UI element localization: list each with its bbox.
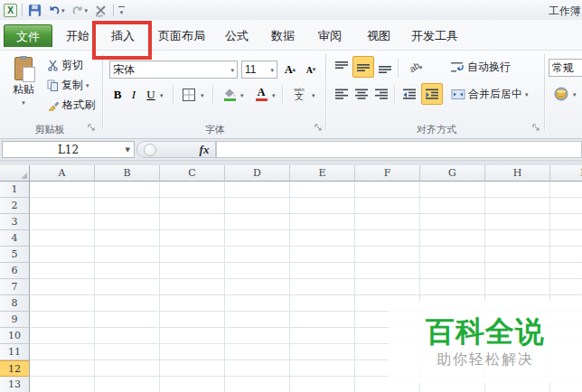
decrease-indent-button[interactable] <box>399 84 419 104</box>
cut-button[interactable]: 剪切 <box>45 56 85 74</box>
formula-input[interactable] <box>216 141 582 158</box>
tab-formulas[interactable]: 公式 <box>219 24 255 47</box>
paste-button[interactable]: 粘贴 ▾ <box>5 54 42 121</box>
italic-icon: I <box>132 88 136 102</box>
name-box-dropdown-icon[interactable]: ▼ <box>126 146 130 154</box>
undo-icon <box>48 4 61 16</box>
name-box[interactable]: L12 ▼ <box>2 141 135 158</box>
column-header[interactable]: C <box>160 165 225 182</box>
column-header[interactable]: E <box>290 165 355 182</box>
excel-logo-icon[interactable]: X <box>4 4 17 17</box>
row-header[interactable]: 6 <box>0 263 30 279</box>
italic-button[interactable]: I <box>127 85 140 105</box>
align-top-button[interactable] <box>333 57 351 77</box>
column-header[interactable]: D <box>225 165 290 182</box>
coins-icon <box>553 87 569 101</box>
tab-view[interactable]: 视图 <box>360 24 398 47</box>
grow-font-button[interactable]: A ▴ <box>280 60 300 79</box>
number-format-combo[interactable]: 常规 <box>549 59 582 77</box>
underline-icon: U <box>146 88 155 102</box>
customize-qat-button[interactable]: ▾ <box>118 5 125 15</box>
small-divider <box>173 85 174 105</box>
undo-dropdown-icon[interactable]: ▾ <box>61 7 65 14</box>
copy-button[interactable]: 复制 ▾ <box>45 76 91 94</box>
tab-review[interactable]: 审阅 <box>311 24 349 47</box>
row-header[interactable]: 5 <box>0 247 30 263</box>
row-header[interactable]: 7 <box>0 279 30 295</box>
row-header[interactable]: 1 <box>0 182 30 198</box>
tab-data[interactable]: 数据 <box>264 24 302 47</box>
clipboard-group-label: 剪贴板 <box>0 123 99 135</box>
merge-center-dropdown-icon[interactable]: ▾ <box>525 91 529 98</box>
increase-indent-icon <box>426 89 439 100</box>
underline-button[interactable]: U <box>143 85 159 105</box>
window-title: 工作簿 <box>549 4 581 19</box>
alignment-dialog-launcher[interactable] <box>532 124 541 133</box>
align-bottom-button[interactable] <box>376 57 394 77</box>
format-painter-button[interactable]: 格式刷 <box>45 96 97 114</box>
font-size-combo[interactable]: 11 ▾ <box>241 61 277 79</box>
underline-dropdown-icon[interactable]: ▾ <box>160 92 164 98</box>
column-header[interactable]: B <box>95 165 160 182</box>
paste-clipboard-icon <box>14 57 33 80</box>
bold-button[interactable]: B <box>110 85 125 105</box>
column-header[interactable]: G <box>420 165 485 182</box>
row-header[interactable]: 8 <box>0 295 30 312</box>
align-center-button[interactable] <box>352 84 371 104</box>
undo-button[interactable]: ▾ <box>47 2 66 18</box>
tab-file[interactable]: 文件 <box>4 24 52 47</box>
borders-button[interactable] <box>179 85 199 105</box>
font-group-label: 字体 <box>107 123 324 135</box>
watermark-title: 百科全说 <box>426 315 545 348</box>
save-button[interactable] <box>27 2 42 18</box>
small-divider <box>394 85 395 105</box>
tab-developer[interactable]: 开发工具 <box>407 24 463 47</box>
phonetic-guide-button[interactable]: wén 文 <box>288 84 310 104</box>
column-header[interactable]: A <box>30 165 95 182</box>
shrink-font-button[interactable]: A ▾ <box>301 60 321 79</box>
wrap-text-button[interactable]: 自动换行 <box>449 58 512 76</box>
row-header[interactable]: 12 <box>0 360 30 377</box>
font-name-dropdown-icon[interactable]: ▾ <box>230 67 234 73</box>
redo-dropdown-icon[interactable]: ▾ <box>85 7 89 14</box>
accounting-format-button[interactable] <box>551 84 571 104</box>
align-left-button[interactable] <box>333 84 351 104</box>
align-bottom-icon <box>379 61 392 73</box>
merge-center-button[interactable]: 合并后居中 ▾ <box>449 85 530 103</box>
borders-dropdown-icon[interactable]: ▾ <box>201 92 204 98</box>
row-header[interactable]: 9 <box>0 312 30 328</box>
align-middle-button[interactable] <box>352 56 374 78</box>
select-all-button[interactable] <box>0 165 30 182</box>
font-dialog-launcher[interactable] <box>314 124 324 133</box>
row-header[interactable]: 13 <box>0 377 30 392</box>
font-size-dropdown-icon[interactable]: ▾ <box>270 67 274 73</box>
row-header[interactable]: 10 <box>0 328 30 344</box>
copy-dropdown-icon[interactable]: ▾ <box>86 82 89 89</box>
tools-button[interactable] <box>93 2 108 18</box>
column-header[interactable]: I <box>550 165 582 182</box>
insert-function-button[interactable]: fx <box>193 141 215 158</box>
accounting-dropdown-icon[interactable]: ▾ <box>573 91 577 98</box>
merge-center-label: 合并后居中 <box>468 87 522 102</box>
font-name-combo[interactable]: 宋体 ▾ <box>109 61 238 79</box>
align-right-button[interactable] <box>372 84 390 104</box>
increase-indent-button[interactable] <box>421 83 443 105</box>
font-color-button[interactable]: A <box>251 84 271 104</box>
customize-qat-icon <box>118 6 125 7</box>
row-header[interactable]: 11 <box>0 344 30 360</box>
phonetic-dropdown-icon[interactable]: ▾ <box>312 92 315 98</box>
orientation-button[interactable]: ab ▾ <box>403 57 428 77</box>
row-header[interactable]: 4 <box>0 230 30 247</box>
tab-page-layout[interactable]: 页面布局 <box>152 24 211 47</box>
font-color-dropdown-icon[interactable]: ▾ <box>272 92 276 98</box>
row-header[interactable]: 2 <box>0 198 30 214</box>
fill-color-button[interactable] <box>220 85 239 105</box>
column-header[interactable]: F <box>355 165 420 182</box>
separator <box>22 4 23 16</box>
paste-dropdown-icon[interactable]: ▾ <box>22 99 25 106</box>
row-header[interactable]: 3 <box>0 214 30 230</box>
clipboard-dialog-launcher[interactable] <box>88 124 97 133</box>
redo-button[interactable]: ▾ <box>70 2 89 18</box>
column-header[interactable]: H <box>485 165 550 182</box>
fill-color-dropdown-icon[interactable]: ▾ <box>240 92 244 98</box>
